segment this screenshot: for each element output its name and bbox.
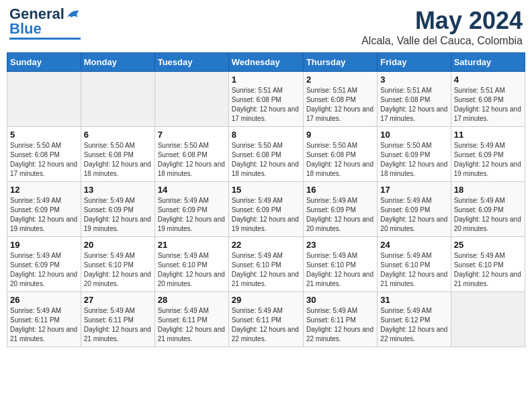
day-number: 21 (158, 240, 226, 250)
calendar-cell: 28Sunrise: 5:49 AM Sunset: 6:11 PM Dayli… (154, 292, 228, 347)
calendar-cell: 16Sunrise: 5:49 AM Sunset: 6:09 PM Dayli… (303, 182, 377, 237)
day-number: 20 (84, 240, 152, 250)
day-number: 29 (232, 295, 300, 305)
day-number: 16 (306, 185, 374, 195)
logo-underline (9, 38, 81, 40)
calendar-cell: 27Sunrise: 5:49 AM Sunset: 6:11 PM Dayli… (81, 292, 154, 347)
day-number: 12 (10, 185, 78, 195)
weekday-header-monday: Monday (81, 53, 154, 72)
day-number: 22 (232, 240, 300, 250)
calendar-cell: 20Sunrise: 5:49 AM Sunset: 6:10 PM Dayli… (81, 237, 154, 292)
day-number: 7 (158, 130, 226, 140)
day-number: 28 (158, 295, 226, 305)
calendar-cell (154, 72, 228, 127)
day-number: 17 (380, 185, 447, 195)
day-info: Sunrise: 5:49 AM Sunset: 6:10 PM Dayligh… (84, 251, 152, 289)
calendar-cell: 4Sunrise: 5:51 AM Sunset: 6:08 PM Daylig… (451, 72, 525, 127)
calendar-header: SundayMondayTuesdayWednesdayThursdayFrid… (7, 53, 525, 72)
calendar-cell (7, 72, 81, 127)
logo-bird-icon (66, 8, 81, 20)
day-number: 8 (232, 130, 300, 140)
day-info: Sunrise: 5:49 AM Sunset: 6:09 PM Dayligh… (306, 196, 374, 234)
day-number: 27 (84, 295, 152, 305)
day-number: 9 (306, 130, 374, 140)
day-number: 3 (380, 75, 447, 85)
calendar-cell: 26Sunrise: 5:49 AM Sunset: 6:11 PM Dayli… (7, 292, 81, 347)
weekday-header-saturday: Saturday (451, 53, 525, 72)
calendar-cell: 18Sunrise: 5:49 AM Sunset: 6:09 PM Dayli… (451, 182, 525, 237)
calendar-cell (81, 72, 154, 127)
day-number: 15 (232, 185, 300, 195)
calendar-cell: 9Sunrise: 5:50 AM Sunset: 6:08 PM Daylig… (303, 127, 377, 182)
calendar-cell: 7Sunrise: 5:50 AM Sunset: 6:08 PM Daylig… (154, 127, 228, 182)
day-info: Sunrise: 5:51 AM Sunset: 6:08 PM Dayligh… (380, 86, 447, 124)
day-number: 11 (454, 130, 522, 140)
day-info: Sunrise: 5:49 AM Sunset: 6:09 PM Dayligh… (158, 196, 226, 234)
day-info: Sunrise: 5:51 AM Sunset: 6:08 PM Dayligh… (454, 86, 522, 124)
weekday-header-row: SundayMondayTuesdayWednesdayThursdayFrid… (7, 53, 525, 72)
page-header: General Blue May 2024 Alcala, Valle del … (7, 7, 525, 47)
day-info: Sunrise: 5:51 AM Sunset: 6:08 PM Dayligh… (232, 86, 300, 124)
page-title: May 2024 (361, 7, 523, 35)
calendar-cell: 5Sunrise: 5:50 AM Sunset: 6:08 PM Daylig… (7, 127, 81, 182)
day-number: 1 (232, 75, 300, 85)
weekday-header-wednesday: Wednesday (228, 53, 303, 72)
day-number: 2 (306, 75, 374, 85)
day-info: Sunrise: 5:50 AM Sunset: 6:09 PM Dayligh… (380, 141, 447, 179)
day-info: Sunrise: 5:49 AM Sunset: 6:11 PM Dayligh… (306, 306, 374, 344)
day-info: Sunrise: 5:49 AM Sunset: 6:10 PM Dayligh… (454, 251, 522, 289)
logo-general-text: General (9, 7, 64, 21)
calendar-cell: 1Sunrise: 5:51 AM Sunset: 6:08 PM Daylig… (228, 72, 303, 127)
calendar-cell: 3Sunrise: 5:51 AM Sunset: 6:08 PM Daylig… (378, 72, 451, 127)
title-block: May 2024 Alcala, Valle del Cauca, Colomb… (361, 7, 523, 47)
day-number: 24 (380, 240, 447, 250)
day-number: 14 (158, 185, 226, 195)
calendar-cell: 21Sunrise: 5:49 AM Sunset: 6:10 PM Dayli… (154, 237, 228, 292)
calendar-cell: 29Sunrise: 5:49 AM Sunset: 6:11 PM Dayli… (228, 292, 303, 347)
day-number: 30 (306, 295, 374, 305)
day-number: 25 (454, 240, 522, 250)
day-info: Sunrise: 5:49 AM Sunset: 6:09 PM Dayligh… (454, 141, 522, 179)
calendar-cell: 25Sunrise: 5:49 AM Sunset: 6:10 PM Dayli… (451, 237, 525, 292)
calendar-week-3: 12Sunrise: 5:49 AM Sunset: 6:09 PM Dayli… (7, 182, 525, 237)
day-info: Sunrise: 5:49 AM Sunset: 6:11 PM Dayligh… (10, 306, 78, 344)
calendar-cell: 14Sunrise: 5:49 AM Sunset: 6:09 PM Dayli… (154, 182, 228, 237)
calendar-body: 1Sunrise: 5:51 AM Sunset: 6:08 PM Daylig… (7, 72, 525, 347)
day-info: Sunrise: 5:49 AM Sunset: 6:09 PM Dayligh… (10, 196, 78, 234)
day-info: Sunrise: 5:49 AM Sunset: 6:10 PM Dayligh… (380, 251, 447, 289)
day-number: 10 (380, 130, 447, 140)
day-info: Sunrise: 5:50 AM Sunset: 6:08 PM Dayligh… (158, 141, 226, 179)
calendar-cell: 19Sunrise: 5:49 AM Sunset: 6:09 PM Dayli… (7, 237, 81, 292)
calendar-cell: 31Sunrise: 5:49 AM Sunset: 6:12 PM Dayli… (378, 292, 451, 347)
day-number: 18 (454, 185, 522, 195)
day-number: 6 (84, 130, 152, 140)
calendar-cell: 11Sunrise: 5:49 AM Sunset: 6:09 PM Dayli… (451, 127, 525, 182)
calendar-cell: 6Sunrise: 5:50 AM Sunset: 6:08 PM Daylig… (81, 127, 154, 182)
day-number: 23 (306, 240, 374, 250)
logo-blue-text: Blue (9, 21, 42, 36)
weekday-header-tuesday: Tuesday (154, 53, 228, 72)
day-number: 13 (84, 185, 152, 195)
day-info: Sunrise: 5:49 AM Sunset: 6:09 PM Dayligh… (454, 196, 522, 234)
day-info: Sunrise: 5:50 AM Sunset: 6:08 PM Dayligh… (306, 141, 374, 179)
calendar-cell: 12Sunrise: 5:49 AM Sunset: 6:09 PM Dayli… (7, 182, 81, 237)
day-info: Sunrise: 5:49 AM Sunset: 6:10 PM Dayligh… (306, 251, 374, 289)
calendar-cell: 30Sunrise: 5:49 AM Sunset: 6:11 PM Dayli… (303, 292, 377, 347)
weekday-header-friday: Friday (378, 53, 451, 72)
weekday-header-sunday: Sunday (7, 53, 81, 72)
calendar-cell: 24Sunrise: 5:49 AM Sunset: 6:10 PM Dayli… (378, 237, 451, 292)
day-info: Sunrise: 5:50 AM Sunset: 6:08 PM Dayligh… (10, 141, 78, 179)
calendar-cell: 22Sunrise: 5:49 AM Sunset: 6:10 PM Dayli… (228, 237, 303, 292)
day-number: 5 (10, 130, 78, 140)
day-info: Sunrise: 5:49 AM Sunset: 6:11 PM Dayligh… (84, 306, 152, 344)
day-info: Sunrise: 5:49 AM Sunset: 6:11 PM Dayligh… (232, 306, 300, 344)
calendar-week-4: 19Sunrise: 5:49 AM Sunset: 6:09 PM Dayli… (7, 237, 525, 292)
day-info: Sunrise: 5:49 AM Sunset: 6:10 PM Dayligh… (158, 251, 226, 289)
calendar-week-2: 5Sunrise: 5:50 AM Sunset: 6:08 PM Daylig… (7, 127, 525, 182)
day-number: 31 (380, 295, 447, 305)
calendar-table: SundayMondayTuesdayWednesdayThursdayFrid… (7, 52, 525, 347)
calendar-week-5: 26Sunrise: 5:49 AM Sunset: 6:11 PM Dayli… (7, 292, 525, 347)
calendar-cell: 23Sunrise: 5:49 AM Sunset: 6:10 PM Dayli… (303, 237, 377, 292)
day-info: Sunrise: 5:49 AM Sunset: 6:11 PM Dayligh… (158, 306, 226, 344)
calendar-cell: 17Sunrise: 5:49 AM Sunset: 6:09 PM Dayli… (378, 182, 451, 237)
